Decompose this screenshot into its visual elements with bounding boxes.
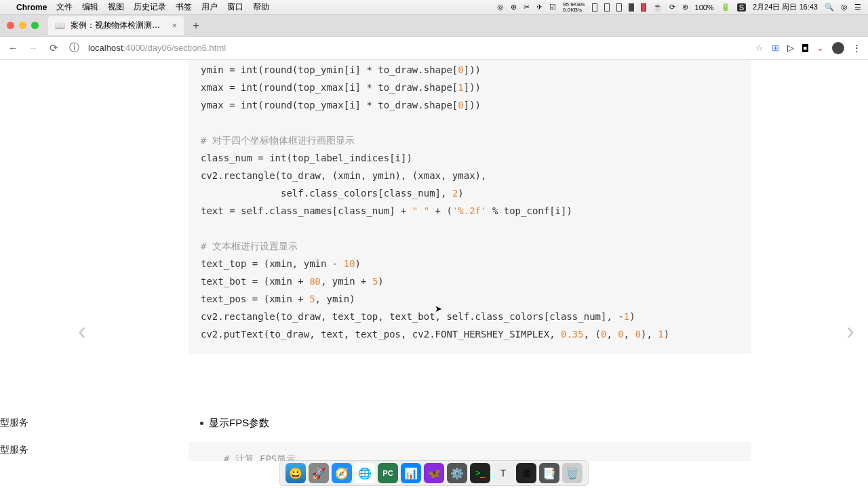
menu-window[interactable]: 窗口 (227, 1, 243, 13)
tray-icon[interactable]: ◎ (497, 3, 504, 12)
sidebar-fragment: 型服务 型服务 (0, 409, 28, 461)
window-close-button[interactable] (7, 22, 14, 29)
dock-typora-icon[interactable]: T (493, 463, 513, 483)
dock-chrome-icon[interactable]: 🌐 (355, 463, 375, 483)
dock-safari-icon[interactable]: 🧭 (332, 463, 352, 483)
menu-bookmarks[interactable]: 书签 (176, 1, 192, 13)
tray-icon[interactable]: ✈ (536, 3, 542, 12)
tray-icon[interactable]: ☕ (653, 3, 663, 12)
network-speed: 95.9KB/s 0.0KB/s (563, 2, 585, 13)
tray-indicator (616, 3, 622, 12)
tab-title: 案例：视频物体检测测试 | 深层 (71, 20, 166, 31)
code-block-2[interactable]: # 计算 FPS显示 fps = "FPS: " + str(cap.get(c… (189, 442, 751, 461)
chrome-tab-strip: 📖 案例：视频物体检测测试 | 深层 × + (0, 15, 868, 37)
dock-app-icon[interactable]: 📑 (539, 463, 559, 483)
window-minimize-button[interactable] (19, 22, 26, 29)
menu-file[interactable]: 文件 (56, 1, 73, 13)
dock-settings-icon[interactable]: ⚙️ (447, 463, 467, 483)
control-center-icon[interactable]: ☰ (854, 3, 861, 12)
menu-view[interactable]: 视图 (108, 1, 124, 13)
browser-tab[interactable]: 📖 案例：视频物体检测测试 | 深层 × (48, 16, 184, 35)
dock-pycharm-icon[interactable]: PC (378, 463, 398, 483)
wifi-icon[interactable]: ⊚ (682, 3, 688, 12)
bookmark-star-icon[interactable]: ☆ (755, 43, 764, 53)
macos-dock: 😀 🚀 🧭 🌐 PC 📊 🦋 ⚙️ >_ T ⊚ 📑 🗑️ (279, 460, 589, 486)
ext-play-icon[interactable]: ▷ (787, 43, 794, 53)
menu-history[interactable]: 历史记录 (134, 1, 166, 13)
profile-avatar[interactable] (832, 42, 844, 54)
tab-favicon: 📖 (55, 21, 65, 30)
back-button[interactable]: ← (7, 42, 19, 54)
section-bullet: 显示FPS参数 (200, 417, 269, 430)
menu-edit[interactable]: 编辑 (82, 1, 98, 13)
dock-trash-icon[interactable]: 🗑️ (562, 463, 583, 483)
dock-obs-icon[interactable]: ⊚ (516, 463, 536, 483)
extensions-area: ☆ ⊞ ▷ ■ ⌄ ⋮ (755, 42, 861, 54)
ext-grid-icon[interactable]: ⊞ (772, 43, 779, 53)
window-maximize-button[interactable] (31, 22, 39, 29)
spotlight-icon[interactable]: 🔍 (825, 3, 834, 12)
dock-finder-icon[interactable]: 😀 (285, 463, 306, 483)
battery-icon: 🔋 (721, 3, 730, 12)
window-controls (7, 22, 39, 29)
ext-box-icon[interactable]: ■ (802, 44, 808, 52)
code-block-1[interactable]: ymin = int(round(top_ymin[i] * to_draw.s… (189, 60, 751, 354)
tray-icon[interactable]: ✂ (524, 3, 530, 12)
app-name[interactable]: Chrome (16, 3, 47, 12)
menu-help[interactable]: 帮助 (253, 1, 269, 13)
dock-app-icon[interactable]: 🦋 (424, 463, 444, 483)
tray-icon[interactable]: ☑ (549, 3, 556, 12)
tray-icon[interactable]: ⊛ (511, 3, 517, 12)
page-prev-arrow[interactable]: ‹ (78, 317, 86, 346)
tray-indicator (592, 3, 597, 12)
site-info-icon[interactable]: ⓘ (68, 41, 80, 54)
mouse-cursor-icon: ➤ (435, 304, 442, 314)
page-next-arrow[interactable]: › (846, 317, 854, 346)
tray-indicator (629, 3, 634, 12)
ext-pocket-icon[interactable]: ⌄ (816, 43, 824, 53)
reload-button[interactable]: ⟳ (47, 42, 60, 54)
tray-indicator (641, 3, 646, 12)
address-bar[interactable]: localhost:4000/day06/section6.html (88, 43, 747, 53)
dock-terminal-icon[interactable]: >_ (470, 463, 490, 483)
siri-icon[interactable]: ◎ (841, 3, 848, 12)
dock-keynote-icon[interactable]: 📊 (401, 463, 421, 483)
macos-menubar: Chrome 文件 编辑 视图 历史记录 书签 用户 窗口 帮助 ◎ ⊛ ✂ ✈… (0, 0, 868, 15)
tray-indicator (604, 3, 610, 12)
tab-close-icon[interactable]: × (172, 20, 177, 30)
new-tab-button[interactable]: + (188, 18, 204, 34)
bullet-icon (200, 422, 203, 425)
tray-s-icon[interactable]: S (737, 3, 746, 12)
tray-icon[interactable]: ⟳ (669, 3, 675, 12)
page-content: 型服务 型服务 ‹ › ymin = int(round(top_ymin[i]… (0, 60, 868, 461)
dock-launchpad-icon[interactable]: 🚀 (309, 463, 329, 483)
chrome-toolbar: ← → ⟳ ⓘ localhost:4000/day06/section6.ht… (0, 37, 868, 60)
forward-button[interactable]: → (27, 42, 39, 54)
menu-user[interactable]: 用户 (201, 1, 218, 13)
clock[interactable]: 2月24日 周日 16:43 (753, 2, 818, 12)
bullet-text: 显示FPS参数 (209, 417, 269, 430)
battery-percent: 100% (695, 3, 714, 12)
chrome-menu-icon[interactable]: ⋮ (852, 43, 861, 53)
